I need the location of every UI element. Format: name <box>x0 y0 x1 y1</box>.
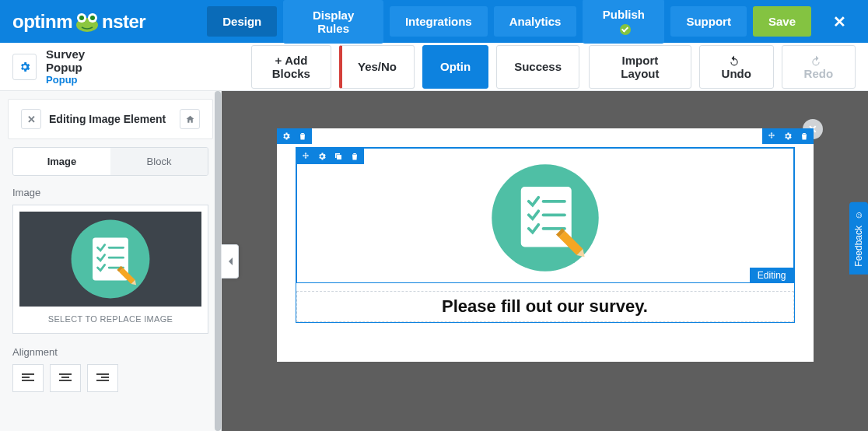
feedback-tab[interactable]: Feedback ☺ <box>849 202 868 275</box>
home-icon <box>185 114 195 124</box>
svg-point-4 <box>90 16 95 20</box>
column-delete-icon[interactable] <box>297 131 308 142</box>
align-center-icon <box>59 373 72 383</box>
nav-integrations[interactable]: Integrations <box>390 6 488 37</box>
nav-analytics[interactable]: Analytics <box>494 6 577 37</box>
column-toolbar-right <box>762 128 814 144</box>
image-selector[interactable]: SELECT TO REPLACE IMAGE <box>12 205 208 334</box>
undo-button[interactable]: Undo <box>699 45 774 89</box>
sidebar-collapse-button[interactable] <box>222 244 239 279</box>
check-icon <box>620 24 631 35</box>
sidebar-home-button[interactable] <box>180 109 200 129</box>
logo: optinm nster <box>12 11 145 33</box>
element-delete-icon[interactable] <box>349 151 360 162</box>
column-settings-icon[interactable] <box>281 131 292 142</box>
top-nav: optinm nster Design Display Rules Integr… <box>0 0 868 43</box>
smile-icon: ☺ <box>853 211 864 220</box>
nav-design[interactable]: Design <box>207 6 277 37</box>
align-right-icon <box>96 373 109 383</box>
align-center-button[interactable] <box>50 364 81 392</box>
chevron-left-icon <box>227 257 233 266</box>
svg-point-3 <box>79 16 84 20</box>
mascot-icon <box>74 12 100 32</box>
element-duplicate-icon[interactable] <box>333 151 344 162</box>
sidebar-tabs: Image Block <box>12 147 208 176</box>
secondary-bar: Survey Popup Popup +Add Blocks Yes/No Op… <box>0 43 868 91</box>
image-element-frame[interactable]: Editing <box>296 148 794 283</box>
survey-clipboard-icon-large <box>487 159 604 276</box>
hero-image <box>297 149 793 282</box>
image-label: Image <box>12 187 208 198</box>
column-move-icon[interactable] <box>766 131 777 142</box>
view-optin-button[interactable]: Optin <box>422 45 488 89</box>
nav-close-icon[interactable]: ✕ <box>824 6 856 37</box>
view-yesno-button[interactable]: Yes/No <box>339 45 415 89</box>
sidebar-close-button[interactable]: ✕ <box>21 109 41 129</box>
sidebar-title: Editing Image Element <box>49 113 172 125</box>
sidebar-header: ✕ Editing Image Element <box>8 99 213 139</box>
align-left-icon <box>22 373 34 383</box>
nav-support[interactable]: Support <box>670 6 747 37</box>
save-button[interactable]: Save <box>753 6 811 37</box>
sidebar: ✕ Editing Image Element Image Block Imag… <box>0 91 222 431</box>
element-move-icon[interactable] <box>300 151 311 162</box>
editing-badge: Editing <box>750 268 794 283</box>
column-settings-icon-2[interactable] <box>782 131 793 142</box>
popup-headline[interactable]: Please fill out our survey. <box>296 291 794 322</box>
redo-icon <box>810 55 821 66</box>
tab-image[interactable]: Image <box>13 148 110 175</box>
element-settings-icon[interactable] <box>317 151 327 162</box>
nav-publish[interactable]: Publish <box>583 0 664 44</box>
align-right-button[interactable] <box>87 364 118 392</box>
popup-preview: ✕ <box>277 128 814 362</box>
column-toolbar-left <box>277 128 312 144</box>
redo-button[interactable]: Redo <box>782 45 856 89</box>
canvas: ✕ <box>222 91 868 431</box>
image-caption: SELECT TO REPLACE IMAGE <box>19 307 201 327</box>
image-preview <box>19 212 201 307</box>
view-success-button[interactable]: Success <box>496 45 579 89</box>
campaign-title-block: Survey Popup Popup <box>12 47 117 86</box>
add-blocks-button[interactable]: +Add Blocks <box>251 45 331 89</box>
campaign-settings-button[interactable] <box>12 54 37 80</box>
nav-display-rules[interactable]: Display Rules <box>283 0 383 44</box>
survey-clipboard-icon <box>68 216 153 302</box>
gear-icon <box>19 61 31 73</box>
import-layout-button[interactable]: Import Layout <box>589 45 691 89</box>
tab-block[interactable]: Block <box>110 148 208 175</box>
undo-icon <box>729 55 740 66</box>
element-toolbar <box>296 149 364 164</box>
main-area: ✕ Editing Image Element Image Block Imag… <box>0 91 868 431</box>
align-left-button[interactable] <box>12 364 44 392</box>
sidebar-scrollbar[interactable] <box>215 91 221 431</box>
campaign-title: Survey Popup <box>46 47 117 74</box>
alignment-label: Alignment <box>12 346 208 358</box>
campaign-type: Popup <box>46 74 117 86</box>
column-delete-icon-2[interactable] <box>799 131 810 142</box>
